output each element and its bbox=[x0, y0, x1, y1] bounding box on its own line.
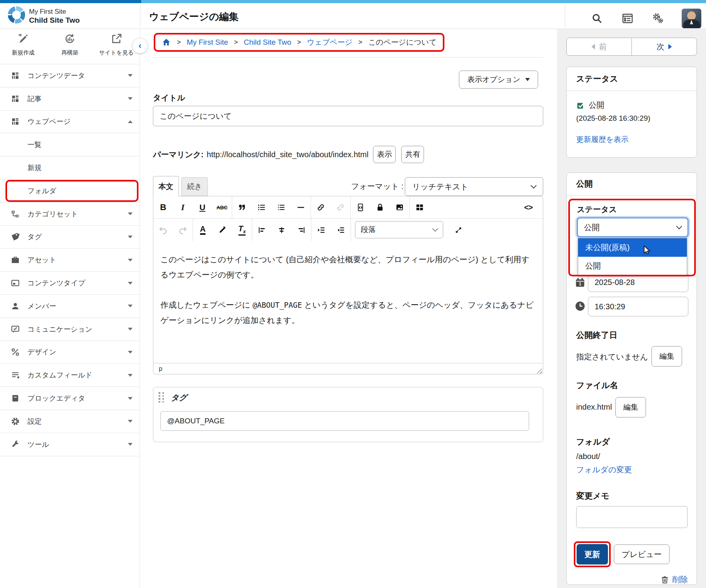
breadcrumb-link[interactable]: My First Site bbox=[187, 38, 228, 47]
clock-icon bbox=[575, 301, 586, 312]
chevron-down-icon bbox=[128, 259, 133, 261]
top-strip-light bbox=[141, 0, 706, 3]
sidebar-item-new[interactable]: 新規 bbox=[0, 156, 140, 180]
rebuild-button[interactable]: 再構築 bbox=[47, 33, 93, 64]
source-code-button[interactable]: <> bbox=[519, 196, 538, 218]
breadcrumb-link[interactable]: Child Site Two bbox=[244, 38, 291, 47]
text-color-button[interactable]: A bbox=[193, 219, 213, 241]
sidebar-item-list[interactable]: 一覧 bbox=[0, 133, 140, 156]
resize-grip[interactable] bbox=[537, 368, 542, 374]
tag-input[interactable] bbox=[160, 411, 529, 431]
filename-label: ファイル名 bbox=[576, 380, 618, 391]
publish-time-input[interactable] bbox=[588, 297, 688, 316]
highlighter-icon[interactable] bbox=[213, 219, 232, 241]
dropdown-option-unpublished[interactable]: 未公開(原稿) bbox=[578, 238, 687, 257]
sidebar-item-folder[interactable]: フォルダ bbox=[0, 180, 140, 203]
filename-edit-button[interactable]: 編集 bbox=[615, 397, 646, 417]
editor-content[interactable]: このページはこのサイトについて (自己紹介や会社概要など、プロフィール用のページ… bbox=[153, 241, 543, 363]
bold-button[interactable]: B bbox=[153, 196, 173, 218]
content-list-icon[interactable] bbox=[621, 12, 634, 25]
list-add-icon bbox=[10, 370, 20, 380]
sidebar-item-label: デザイン bbox=[27, 347, 128, 357]
align-left-icon[interactable] bbox=[252, 219, 272, 241]
sidebar-item-content-types[interactable]: コンテンツタイプ bbox=[0, 272, 140, 295]
dropdown-option-published[interactable]: 公開 bbox=[578, 257, 687, 275]
tab-more[interactable]: 続き bbox=[181, 177, 208, 196]
link-button[interactable] bbox=[311, 196, 331, 218]
chevron-down-icon bbox=[128, 443, 133, 446]
image-button[interactable] bbox=[390, 196, 409, 218]
blockquote-button[interactable] bbox=[232, 196, 252, 218]
unordered-list-button[interactable] bbox=[252, 196, 271, 218]
lock-button[interactable] bbox=[370, 196, 390, 218]
sidebar-item-communication[interactable]: コミュニケーション bbox=[0, 318, 140, 341]
breadcrumb: > My First Site > Child Site Two > ウェブペー… bbox=[154, 33, 444, 52]
prev-button[interactable]: 前 bbox=[567, 38, 632, 55]
undo-icon[interactable] bbox=[153, 219, 173, 241]
sidebar-item-articles[interactable]: 記事 bbox=[0, 87, 140, 111]
align-right-icon[interactable] bbox=[291, 219, 311, 241]
sidebar-collapse-button[interactable]: ‹ bbox=[133, 38, 147, 53]
delete-link[interactable]: 削除 bbox=[661, 574, 688, 585]
folder-change-link[interactable]: フォルダの変更 bbox=[576, 465, 632, 475]
arrow-right-icon bbox=[668, 44, 672, 49]
action-label: サイトを見る bbox=[99, 49, 134, 56]
sidebar-item-tools[interactable]: ツール bbox=[0, 433, 140, 456]
drag-handle-icon[interactable] bbox=[158, 392, 166, 407]
sidebar-item-label: 一覧 bbox=[27, 140, 133, 149]
sidebar-item-design[interactable]: デザイン bbox=[0, 341, 140, 364]
outdent-icon[interactable] bbox=[331, 219, 351, 241]
clear-format-button[interactable]: Tx bbox=[232, 219, 252, 241]
settings-gears-icon[interactable] bbox=[651, 12, 664, 25]
sidebar-item-assets[interactable]: アセット bbox=[0, 249, 140, 272]
sidebar-item-label: コミュニケーション bbox=[27, 325, 128, 334]
sidebar-item-members[interactable]: メンバー bbox=[0, 295, 140, 318]
table-button[interactable] bbox=[410, 196, 429, 218]
sidebar-item-label: ブロックエディタ bbox=[27, 394, 128, 403]
sidebar-item-webpages[interactable]: ウェブページ bbox=[0, 111, 140, 134]
unlink-button[interactable] bbox=[331, 196, 350, 218]
home-icon[interactable] bbox=[162, 38, 171, 47]
align-center-icon[interactable] bbox=[272, 219, 291, 241]
redo-icon[interactable] bbox=[173, 219, 193, 241]
paragraph-select[interactable]: 段落 bbox=[355, 221, 443, 238]
permalink-url: http://localhost/child_site_two/about/in… bbox=[207, 150, 368, 159]
format-value: リッチテキスト bbox=[412, 181, 468, 192]
share-button[interactable]: 共有 bbox=[401, 146, 424, 163]
title-input[interactable] bbox=[153, 106, 543, 126]
format-select[interactable]: リッチテキスト bbox=[405, 177, 543, 196]
end-date-edit-button[interactable]: 編集 bbox=[651, 346, 682, 367]
underline-button[interactable]: U bbox=[193, 196, 212, 218]
view-button[interactable]: 表示 bbox=[373, 146, 396, 163]
indent-icon[interactable] bbox=[311, 219, 331, 241]
rebuild-icon bbox=[64, 33, 76, 46]
new-content-button[interactable]: 新規作成 bbox=[0, 33, 47, 64]
history-link[interactable]: 更新履歴を表示 bbox=[576, 134, 628, 145]
sidebar-item-settings[interactable]: 設定 bbox=[0, 410, 140, 433]
strikethrough-button[interactable]: ABC bbox=[212, 196, 232, 218]
status-select[interactable]: 公開 bbox=[577, 218, 688, 237]
sidebar-item-custom-fields[interactable]: カスタムフィールド bbox=[0, 364, 140, 387]
sidebar-item-tags[interactable]: タグ bbox=[0, 226, 140, 249]
preview-button[interactable]: プレビュー bbox=[614, 544, 670, 564]
toolbar-separator bbox=[351, 219, 351, 241]
display-options-button[interactable]: 表示オプション bbox=[459, 71, 538, 89]
sidebar-item-content-data[interactable]: コンテンツデータ bbox=[0, 64, 140, 87]
sidebar-item-category-set[interactable]: カテゴリセット bbox=[0, 203, 140, 226]
fullscreen-icon[interactable] bbox=[449, 219, 468, 241]
italic-button[interactable]: I bbox=[173, 196, 193, 218]
file-code-button[interactable] bbox=[351, 196, 370, 218]
chevron-down-icon bbox=[128, 305, 133, 307]
tab-body[interactable]: 本文 bbox=[153, 176, 179, 196]
chevron-down-icon bbox=[128, 397, 133, 400]
horizontal-rule-button[interactable] bbox=[291, 196, 311, 218]
app-logo-icon[interactable] bbox=[8, 6, 25, 24]
user-avatar[interactable] bbox=[682, 9, 701, 28]
next-button[interactable]: 次 bbox=[632, 38, 697, 55]
search-icon[interactable] bbox=[590, 12, 604, 25]
sidebar-item-block-editor[interactable]: ブロックエディタ bbox=[0, 387, 140, 410]
ordered-list-button[interactable] bbox=[271, 196, 291, 218]
update-button[interactable]: 更新 bbox=[577, 544, 608, 564]
memo-textarea[interactable] bbox=[576, 506, 688, 528]
breadcrumb-link[interactable]: ウェブページ bbox=[307, 37, 352, 47]
